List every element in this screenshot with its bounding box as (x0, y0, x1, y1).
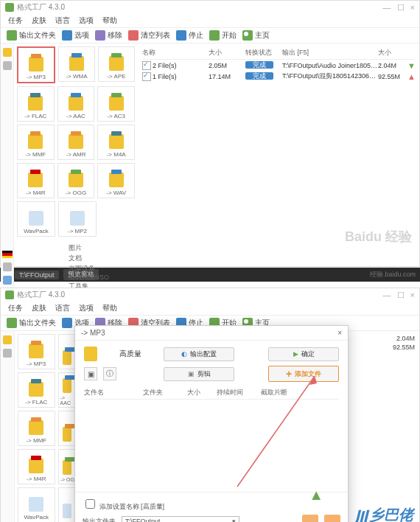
settings-button[interactable]: 选项 (62, 30, 89, 41)
sidebar-item-3[interactable] (3, 262, 12, 271)
append-name-label: 添加设置名称 [高质量] (99, 503, 165, 510)
output-config-button[interactable]: ◐输出配置 (164, 347, 234, 361)
sidebar-item-1[interactable] (3, 48, 12, 57)
start-button[interactable]: 开始 (209, 30, 237, 41)
arrow-up-icon: ▲ (407, 72, 415, 81)
table-row[interactable]: 1 File(s) 17.14M 完成 T:\FFOutput\混剪180514… (142, 71, 415, 82)
watermark: Baidu 经验 (345, 228, 412, 246)
format-m4r[interactable]: -> M4R (17, 163, 55, 198)
menu-task[interactable]: 任务 (8, 303, 23, 313)
maximize-button[interactable]: ☐ (397, 3, 405, 13)
col-size[interactable]: 大小 (209, 48, 245, 58)
sidebar-item-2[interactable] (3, 61, 12, 70)
mp3-icon (84, 347, 97, 361)
format-wavpack[interactable]: WavPack (17, 201, 55, 237)
maximize-button[interactable]: ☐ (397, 290, 405, 300)
mp3-dialog: -> MP3 × 高质量 ◐输出配置 ▶确定 ▣ ⓘ ▣剪辑 +添加文件 文件名 (74, 325, 349, 522)
menu-help[interactable]: 帮助 (102, 303, 117, 313)
format-ape[interactable]: -> APE (98, 46, 135, 82)
menu-task[interactable]: 任务 (8, 15, 23, 26)
minimize-button[interactable]: — (383, 290, 391, 300)
stop-button[interactable]: 停止 (176, 30, 203, 41)
menu-lang[interactable]: 语言 (55, 15, 70, 26)
menu-skin[interactable]: 皮肤 (32, 303, 46, 313)
dialog-close-button[interactable]: × (337, 329, 342, 337)
info-l2: 文档 (69, 254, 135, 263)
checkbox-icon[interactable] (142, 61, 151, 70)
format-m4a[interactable]: -> M4A (97, 125, 135, 160)
cross-icon (128, 30, 139, 41)
app-icon (5, 290, 14, 299)
dlg-col-size[interactable]: 大小 (187, 388, 217, 397)
sidebar-item-1[interactable] (3, 335, 12, 344)
add-file-button[interactable]: +添加文件 (268, 366, 339, 382)
format-aac[interactable]: -> AAC (57, 86, 95, 122)
format-ac3[interactable]: -> AC3 (97, 86, 135, 122)
minimize-button[interactable]: — (383, 3, 391, 13)
sidebar (1, 44, 14, 298)
main-window-2: 格式工厂 4.3.0 — ☐ × 任务 皮肤 语言 选项 帮助 输出文件夹 选项… (0, 288, 420, 522)
up-arrow-icon: ▲ (309, 487, 323, 504)
format-wav[interactable]: -> WAV (97, 163, 135, 198)
output-folder-button[interactable]: 输出文件夹 (7, 30, 56, 41)
dlg-col-name[interactable]: 文件名 (84, 388, 143, 397)
format-grid-narrow: -> MP3 -> FLAC-> AAC -> MMF -> M4R-> OG … (15, 331, 80, 522)
titlebar: 格式工厂 4.3.0 — ☐ × (1, 288, 419, 302)
col-name[interactable]: 名称 (142, 48, 209, 58)
format-mp3[interactable]: -> MP3 (17, 46, 55, 83)
format-mp3[interactable]: -> MP3 (18, 334, 55, 369)
format-flac[interactable]: -> FLAC (17, 86, 55, 122)
sidebar (1, 331, 15, 522)
dlg-col-folder[interactable]: 文件夹 (143, 388, 187, 397)
table-row[interactable]: 2 File(s) 2.05M 完成 T:\FFOutput\Audio Joi… (142, 60, 415, 71)
dlg-col-duration[interactable]: 持续时间 (217, 388, 261, 397)
menu-lang[interactable]: 语言 (55, 303, 70, 313)
menu-options[interactable]: 选项 (79, 303, 94, 313)
folder-icon (7, 30, 17, 41)
menubar: 任务 皮肤 语言 选项 帮助 (1, 14, 419, 27)
gear-icon (62, 30, 72, 41)
preview-button[interactable]: ▣ (84, 367, 97, 380)
language-flag-icon[interactable] (2, 251, 13, 258)
menu-options[interactable]: 选项 (79, 15, 94, 26)
toolbar: 输出文件夹 选项 移除 清空列表 停止 开始 主页 (1, 27, 419, 44)
col-outsize[interactable]: 大小 (378, 48, 407, 58)
format-mp2[interactable]: -> MP2 (58, 201, 97, 237)
clear-button[interactable]: 清空列表 (128, 30, 170, 41)
clip-button[interactable]: ▣剪辑 (164, 367, 234, 381)
sidebar-item-4[interactable] (3, 276, 12, 285)
format-flac[interactable]: -> FLAC (18, 372, 55, 408)
info-button[interactable]: ⓘ (103, 367, 116, 380)
format-wma[interactable]: -> WMA (58, 46, 95, 82)
format-wavpack[interactable]: WavPack (18, 487, 55, 522)
checkbox-icon[interactable] (142, 72, 151, 81)
format-mmf[interactable]: -> MMF (17, 125, 55, 160)
output-folder-combo[interactable]: T:\FFOutput▾ (122, 516, 239, 522)
format-grid: -> MP3 -> WMA -> APE -> FLAC -> AAC -> A… (14, 44, 138, 298)
info-l3: 光驱设备\DVD\CD\ISO (69, 264, 135, 281)
remove-button[interactable]: 移除 (95, 30, 122, 41)
menu-skin[interactable]: 皮肤 (32, 15, 46, 26)
output-folder-button[interactable]: 输出文件夹 (7, 318, 56, 328)
format-ogg[interactable]: -> OGG (57, 163, 95, 198)
col-output[interactable]: 输出 [F5] (282, 48, 378, 58)
browse-button[interactable] (302, 515, 318, 522)
main-window-1: 格式工厂 4.3.0 — ☐ × 任务 皮肤 语言 选项 帮助 输出文件夹 选项… (0, 0, 420, 267)
app-title: 格式工厂 4.3.0 (17, 290, 65, 300)
convert-button[interactable]: ▶确定 (268, 347, 339, 361)
open-folder-button[interactable] (324, 515, 340, 522)
format-mmf[interactable]: -> MMF (18, 411, 55, 446)
close-button[interactable]: × (410, 3, 415, 13)
remove-icon (95, 30, 105, 41)
format-m4r[interactable]: -> M4R (18, 449, 55, 484)
outsize-1: 2.04M (396, 335, 415, 342)
status-badge: 完成 (245, 72, 273, 80)
menu-help[interactable]: 帮助 (102, 15, 117, 26)
dlg-col-clip[interactable]: 截取片断 (261, 388, 305, 397)
col-status[interactable]: 转换状态 (245, 48, 282, 58)
close-button[interactable]: × (410, 290, 415, 300)
sidebar-item-2[interactable] (3, 349, 12, 358)
format-amr[interactable]: -> AMR (57, 125, 95, 160)
append-name-checkbox[interactable] (85, 499, 95, 509)
home-button[interactable]: 主页 (242, 30, 270, 41)
